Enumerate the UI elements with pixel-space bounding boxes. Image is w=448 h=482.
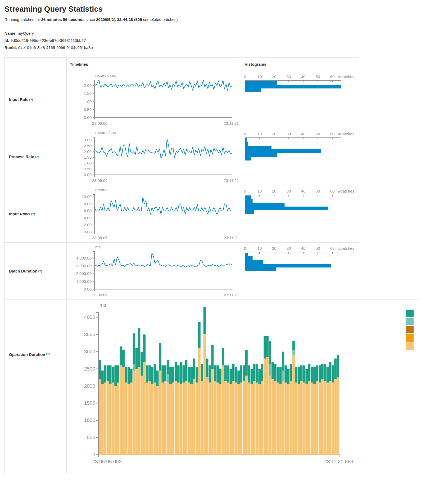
input-rate-histogram-chart: 0102030405060#batches	[241, 73, 359, 129]
svg-text:20: 20	[272, 132, 277, 136]
svg-text:4,000.00: 4,000.00	[76, 256, 92, 260]
svg-text:#batches: #batches	[338, 74, 354, 79]
help-tooltip-icon[interactable]: (?)	[38, 270, 42, 273]
process-rate-histogram-chart: 0102030405060#batches	[241, 130, 359, 186]
summary-batch-count: 505	[135, 17, 142, 22]
svg-text:40: 40	[301, 132, 306, 136]
svg-text:0: 0	[244, 74, 246, 79]
histograms-header: Histograms	[241, 58, 359, 71]
svg-text:10: 10	[257, 132, 262, 136]
running-batches-summary: Running batches for 26 minutes 56 second…	[4, 17, 448, 22]
input-rows-histogram-chart: 0102030405060#batches	[241, 187, 359, 243]
svg-text:records: records	[95, 188, 108, 192]
query-info: Name: myQuery Id: 9d0dd219-995d-423e-b97…	[4, 30, 448, 51]
svg-text:50: 50	[316, 189, 320, 193]
legend-color-swatch	[406, 334, 414, 342]
svg-text:60: 60	[330, 189, 335, 193]
svg-text:10: 10	[257, 246, 262, 251]
svg-text:3000: 3000	[84, 349, 95, 354]
svg-text:40: 40	[301, 189, 306, 193]
svg-text:23:06:06: 23:06:06	[92, 293, 107, 297]
svg-text:60: 60	[330, 246, 335, 251]
svg-text:#batches: #batches	[338, 189, 354, 193]
batch-duration-histogram-chart: 0102030405060#batches	[241, 244, 359, 301]
svg-text:1.00: 1.00	[84, 99, 92, 104]
svg-text:2,000.00: 2,000.00	[76, 271, 92, 276]
legend-color-swatch	[406, 342, 414, 350]
table-row-process-rate: Process Rate(?) records/sec3.002.502.001…	[5, 128, 359, 185]
svg-text:10.00: 10.00	[82, 194, 92, 199]
svg-text:50: 50	[316, 74, 320, 79]
page-title: Streaming Query Statistics	[4, 5, 448, 14]
svg-text:30: 30	[287, 74, 291, 79]
query-name-label: Name:	[4, 31, 17, 35]
help-tooltip-icon[interactable]: (?)	[35, 155, 39, 158]
svg-text:0.50: 0.50	[84, 107, 92, 112]
svg-text:30: 30	[287, 189, 291, 193]
svg-text:23:06:06: 23:06:06	[92, 178, 107, 183]
legend-color-swatch	[406, 310, 414, 317]
svg-text:23:11:21: 23:11:21	[224, 293, 239, 297]
svg-text:ms: ms	[95, 245, 101, 249]
input-rate-timeline-chart: records/sec2.001.501.000.500.0023:06:062…	[67, 73, 241, 129]
summary-text: since	[85, 17, 96, 22]
svg-text:#batches: #batches	[338, 132, 354, 136]
operation-duration-stacked-chart: ms4000350030002500200015001000500023:06:…	[67, 300, 420, 471]
svg-text:23:06:06: 23:06:06	[92, 121, 107, 126]
svg-text:2.50: 2.50	[84, 144, 92, 148]
query-name-value: myQuery	[18, 31, 34, 35]
table-row-operation-duration: Operation Duration(?) ms4000350030002500…	[4, 300, 421, 473]
row-label-input-rows: Input Rows	[9, 212, 30, 216]
svg-text:1000: 1000	[84, 417, 95, 423]
help-tooltip-icon[interactable]: (?)	[29, 98, 33, 101]
query-runid-line: RunId: 04e101e6-8bf8-4165-9099-9104c951b…	[4, 44, 448, 51]
help-tooltip-icon[interactable]: (?)	[46, 352, 50, 355]
row-label-batch-duration: Batch Duration	[9, 269, 38, 273]
summary-text: (	[133, 17, 135, 22]
summary-text: Running batches for	[4, 17, 41, 22]
legend-color-swatch	[406, 318, 414, 325]
summary-text: completed batches)	[142, 17, 178, 22]
query-name-line: Name: myQuery	[4, 30, 448, 37]
svg-text:30: 30	[287, 246, 291, 251]
svg-text:23:11:21.864: 23:11:21.864	[324, 459, 353, 464]
query-id-line: Id: 9d0dd219-995d-423e-b97d-36931110bb27	[4, 37, 448, 44]
svg-text:10: 10	[257, 74, 262, 79]
operation-duration-cell: ms4000350030002500200015001000500023:06:…	[66, 300, 421, 473]
svg-text:20: 20	[272, 74, 277, 79]
svg-text:6.00: 6.00	[84, 208, 92, 213]
row-label-process-rate: Process Rate	[9, 154, 34, 159]
query-runid-value: 04e101e6-8bf8-4165-9099-9104c951ba3b	[18, 45, 93, 50]
svg-text:ms: ms	[99, 302, 106, 308]
table-row-input-rate: Input Rate(?) records/sec2.001.501.000.5…	[5, 71, 359, 128]
svg-text:4000: 4000	[84, 314, 95, 320]
svg-text:23:06:06: 23:06:06	[92, 235, 107, 240]
svg-text:3,000.00: 3,000.00	[76, 264, 92, 268]
svg-text:3.00: 3.00	[84, 138, 92, 142]
table-row-batch-duration: Batch Duration(?) ms4,000.003,000.002,00…	[5, 243, 359, 300]
svg-text:4.00: 4.00	[84, 216, 92, 220]
svg-text:1.00: 1.00	[84, 161, 92, 165]
row-label-operation-duration: Operation Duration	[9, 352, 45, 357]
legend-color-swatch	[406, 326, 414, 333]
svg-text:2500: 2500	[84, 366, 95, 372]
svg-text:0.50: 0.50	[84, 167, 92, 171]
svg-text:500: 500	[87, 435, 95, 440]
table-row-input-rows: Input Rows(?) records10.008.006.004.002.…	[5, 185, 359, 243]
svg-text:20: 20	[272, 246, 277, 251]
svg-text:0.00: 0.00	[84, 115, 92, 120]
batch-duration-timeline-chart: ms4,000.003,000.002,000.001,000.000.0023…	[67, 244, 241, 301]
help-tooltip-icon[interactable]: (?)	[31, 212, 35, 216]
summary-duration: 26 minutes 56 seconds	[41, 17, 84, 22]
svg-text:40: 40	[301, 74, 306, 79]
streaming-query-statistics-page: Streaming Query Statistics Running batch…	[0, 0, 448, 482]
svg-text:0: 0	[244, 246, 246, 251]
svg-text:0: 0	[92, 452, 95, 457]
svg-text:10: 10	[257, 189, 262, 193]
input-rows-timeline-chart: records10.008.006.004.002.000.0023:06:06…	[67, 187, 241, 243]
svg-text:60: 60	[330, 74, 335, 79]
svg-text:30: 30	[287, 132, 291, 136]
svg-text:50: 50	[316, 246, 320, 251]
svg-text:0.00: 0.00	[84, 230, 92, 234]
svg-text:2.00: 2.00	[84, 222, 92, 227]
